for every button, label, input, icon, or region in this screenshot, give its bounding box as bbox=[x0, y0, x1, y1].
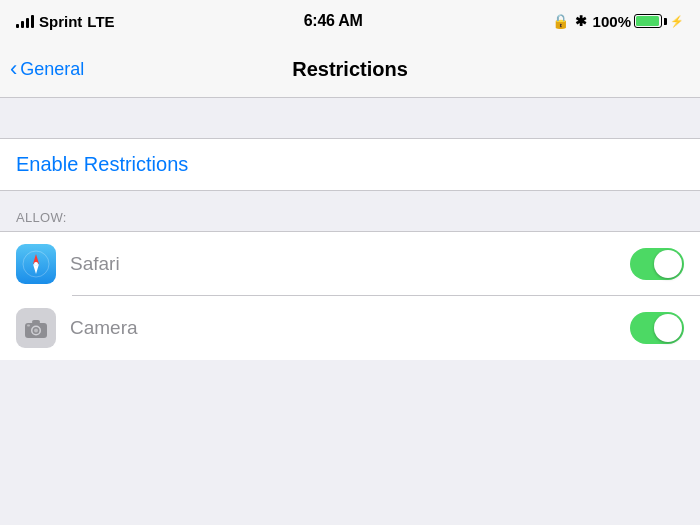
status-time: 6:46 AM bbox=[304, 12, 363, 30]
nav-bar: ‹ General Restrictions bbox=[0, 42, 700, 98]
camera-toggle-thumb bbox=[654, 314, 682, 342]
battery-container: 100% ⚡ bbox=[593, 13, 684, 30]
svg-rect-9 bbox=[27, 325, 30, 327]
back-button[interactable]: ‹ General bbox=[10, 59, 84, 80]
gray-band-allow: ALLOW: bbox=[0, 191, 700, 231]
enable-restrictions-row[interactable]: Enable Restrictions bbox=[0, 139, 700, 190]
allow-section: Safari Camera bbox=[0, 231, 700, 360]
camera-icon bbox=[16, 308, 56, 348]
status-bar: Sprint LTE 6:46 AM 🔒 ✱ 100% ⚡ bbox=[0, 0, 700, 42]
signal-bar-4 bbox=[31, 15, 34, 28]
battery-body bbox=[634, 14, 662, 28]
nav-title: Restrictions bbox=[292, 58, 408, 81]
lock-icon: 🔒 bbox=[552, 13, 569, 29]
camera-svg bbox=[23, 315, 49, 341]
allow-section-header: ALLOW: bbox=[16, 210, 67, 225]
safari-toggle-thumb bbox=[654, 250, 682, 278]
signal-bar-1 bbox=[16, 24, 19, 28]
battery-percent-label: 100% bbox=[593, 13, 631, 30]
safari-row: Safari bbox=[0, 232, 700, 296]
safari-label: Safari bbox=[70, 253, 630, 275]
svg-point-7 bbox=[34, 329, 38, 333]
camera-row: Camera bbox=[0, 296, 700, 360]
enable-restrictions-section: Enable Restrictions bbox=[0, 138, 700, 191]
signal-bars-icon bbox=[16, 14, 34, 28]
battery-icon bbox=[634, 14, 667, 28]
battery-bolt-icon: ⚡ bbox=[670, 15, 684, 28]
signal-bar-2 bbox=[21, 21, 24, 28]
bluetooth-icon: ✱ bbox=[575, 13, 587, 29]
signal-bar-3 bbox=[26, 18, 29, 28]
gray-band-top bbox=[0, 98, 700, 138]
battery-tip bbox=[664, 18, 667, 25]
camera-label: Camera bbox=[70, 317, 630, 339]
battery-fill bbox=[636, 16, 659, 26]
status-left: Sprint LTE bbox=[16, 13, 115, 30]
svg-rect-8 bbox=[32, 320, 40, 324]
back-chevron-icon: ‹ bbox=[10, 58, 17, 80]
svg-point-3 bbox=[34, 262, 38, 266]
camera-toggle[interactable] bbox=[630, 312, 684, 344]
status-right: 🔒 ✱ 100% ⚡ bbox=[552, 13, 684, 30]
safari-toggle[interactable] bbox=[630, 248, 684, 280]
carrier-label: Sprint bbox=[39, 13, 82, 30]
safari-compass-svg bbox=[22, 250, 50, 278]
back-label: General bbox=[20, 59, 84, 80]
network-type-label: LTE bbox=[87, 13, 114, 30]
safari-icon bbox=[16, 244, 56, 284]
enable-restrictions-label: Enable Restrictions bbox=[16, 153, 188, 175]
